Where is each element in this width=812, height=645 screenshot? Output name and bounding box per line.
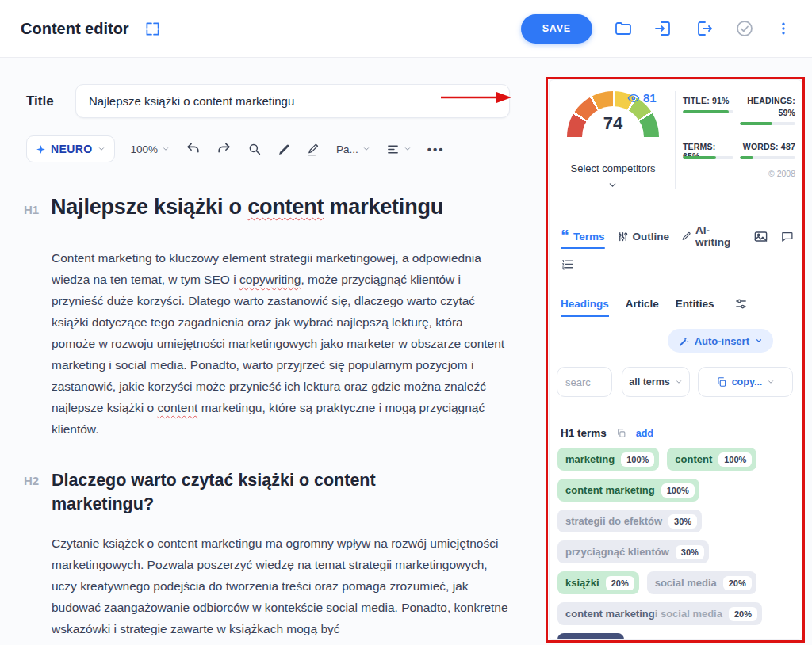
title-label: Title (26, 94, 54, 109)
topbar-actions: SAVE (521, 14, 791, 44)
term-chip[interactable]: strategii do efektów30% (557, 510, 702, 532)
import-button[interactable] (654, 19, 673, 38)
words-count-label: WORDS: 487 (740, 142, 795, 151)
headings-score-label: HEADINGS: (740, 96, 795, 105)
paragraph-style-dropdown[interactable]: Pa... (336, 143, 370, 155)
page-title: Content editor (21, 20, 129, 38)
seo-panel: 74 81 Select competitors TITLE: 91% HEAD… (549, 79, 802, 640)
title-score-label: TITLE: 91% (683, 96, 733, 105)
term-score-badge: 100% (621, 452, 654, 467)
h2-tag-label: H2 (24, 474, 39, 487)
expand-icon[interactable] (145, 21, 160, 36)
copy-terms-button[interactable]: copy... (698, 367, 793, 397)
redo-icon (216, 142, 232, 157)
competitors-score[interactable]: 81 (627, 91, 657, 105)
save-button[interactable]: SAVE (521, 14, 592, 44)
open-folder-button[interactable] (614, 19, 633, 38)
numbered-list-icon (561, 258, 574, 271)
export-button[interactable] (695, 19, 714, 38)
chevron-down-icon (675, 378, 683, 386)
title-input[interactable] (75, 84, 510, 118)
tab-images[interactable] (753, 229, 768, 250)
zoom-dropdown[interactable]: 100% (131, 143, 170, 155)
headings-score-bar (740, 122, 795, 125)
check-circle-icon (735, 19, 754, 38)
terms-search-input[interactable] (557, 367, 612, 397)
numbered-list-button[interactable] (561, 258, 574, 271)
undo-button[interactable] (186, 142, 201, 157)
align-left-icon (386, 143, 400, 156)
ai-pen-icon (681, 231, 691, 242)
subtab-entities[interactable]: Entities (676, 298, 714, 317)
h1-tag-label: H1 (24, 203, 39, 216)
tab-ai-writing[interactable]: AI-writing (681, 224, 741, 254)
toolbar-more-button[interactable]: ••• (427, 143, 445, 156)
chevron-down-icon[interactable] (607, 180, 618, 190)
words-count-bar (740, 156, 795, 159)
copy-icon[interactable] (616, 428, 626, 438)
import-icon (654, 19, 673, 38)
content-score-value: 74 (567, 113, 659, 134)
headings-score-value: 59% (740, 108, 795, 117)
document-h1[interactable]: Najlepsze książki o content marketingu (51, 195, 515, 219)
term-chip[interactable]: content marketing i social media20% (557, 602, 762, 625)
chevron-down-icon (362, 145, 370, 153)
filter-sliders-icon[interactable] (734, 297, 748, 317)
chevron-down-icon (98, 145, 105, 153)
terms-subtabs: Headings Article Entities (561, 297, 748, 317)
topbar: Content editor SAVE (0, 0, 812, 57)
neuro-dropdown[interactable]: NEURO (26, 135, 115, 162)
add-term-link[interactable]: add (636, 428, 653, 439)
search-button[interactable] (247, 142, 262, 156)
term-score-badge: 20% (606, 576, 634, 590)
term-score-badge: 100% (718, 452, 752, 467)
panel-tabs: “ Terms Outline AI-writing (561, 224, 794, 254)
pen-button[interactable] (278, 143, 291, 156)
term-chip[interactable]: social media20% (647, 571, 756, 594)
image-icon (753, 229, 768, 244)
chevron-down-icon (755, 337, 763, 345)
more-menu-button[interactable] (776, 21, 791, 36)
check-button[interactable] (735, 19, 754, 38)
subtab-headings[interactable]: Headings (561, 298, 609, 317)
term-chip-partial[interactable] (557, 633, 624, 640)
kebab-icon (776, 21, 791, 36)
tab-outline[interactable]: Outline (617, 231, 670, 249)
term-score-badge: 20% (729, 607, 757, 621)
document-paragraph-1[interactable]: Content marketing to kluczowy element st… (52, 247, 510, 440)
term-chip[interactable]: przyciągnąć klientów30% (557, 540, 709, 563)
document-paragraph-2[interactable]: Czytanie książek o content marketingu ma… (52, 532, 510, 639)
undo-icon (186, 142, 201, 157)
term-chip[interactable]: marketing100% (557, 448, 659, 471)
chevron-down-icon (404, 145, 412, 153)
term-score-badge: 30% (668, 514, 697, 529)
words-target: © 2008 (740, 169, 795, 178)
copy-icon (716, 376, 727, 387)
term-score-badge: 30% (676, 545, 704, 559)
export-icon (695, 19, 714, 38)
highlighter-icon (307, 143, 320, 156)
tab-comments[interactable] (780, 230, 794, 250)
search-icon (247, 142, 262, 156)
redo-button[interactable] (216, 142, 232, 157)
editor-toolbar: NEURO 100% Pa... ••• (26, 133, 445, 165)
term-chip[interactable]: content marketing100% (557, 479, 699, 502)
highlighter-button[interactable] (307, 143, 320, 156)
title-score-bar (683, 110, 733, 113)
tab-terms[interactable]: “ Terms (561, 231, 605, 249)
alignment-dropdown[interactable] (386, 143, 412, 156)
h1-terms-section: H1 terms add (561, 427, 653, 439)
content-editor-app: Content editor SAVE Title (0, 0, 812, 645)
quote-icon: “ (561, 232, 569, 241)
subtab-article[interactable]: Article (626, 298, 659, 317)
term-score-badge: 100% (661, 483, 695, 498)
chevron-down-icon (162, 145, 170, 153)
pen-icon (278, 143, 291, 156)
auto-insert-button[interactable]: Auto-insert (668, 329, 773, 353)
terms-filter-dropdown[interactable]: all terms (622, 367, 690, 397)
term-chip[interactable]: content100% (667, 448, 756, 471)
outline-icon (617, 231, 629, 242)
select-competitors-link[interactable]: Select competitors (550, 162, 676, 174)
term-chip[interactable]: książki20% (557, 571, 639, 594)
document-h2[interactable]: Dlaczego warto czytać książki o content … (52, 468, 452, 516)
